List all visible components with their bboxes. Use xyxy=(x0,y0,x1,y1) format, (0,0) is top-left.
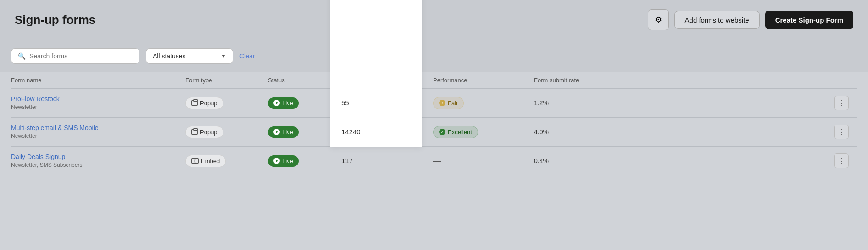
form-type-badge: ⊡ Embed xyxy=(185,155,226,167)
submitted-cell: 14240 xyxy=(341,128,433,136)
form-subname: Newsletter xyxy=(11,104,37,110)
col-header-form-name: Form name xyxy=(11,77,185,84)
form-subname: Newsletter, SMS Subscribers xyxy=(11,162,82,168)
row-more-button[interactable]: ⋮ xyxy=(834,153,849,168)
form-type-label: Popup xyxy=(200,100,217,107)
row-more-button[interactable]: ⋮ xyxy=(834,96,849,110)
performance-dash: — xyxy=(433,156,441,165)
add-forms-button[interactable]: Add forms to website xyxy=(674,11,760,29)
rate-value: 4.0% xyxy=(534,128,553,136)
col-header-performance: Performance xyxy=(433,77,534,84)
actions-cell: ⋮ xyxy=(834,125,857,139)
gear-icon: ⚙ xyxy=(655,15,662,25)
table-row: ProFlow Restock Newsletter Popup Live 55… xyxy=(11,88,857,117)
form-name-link[interactable]: Multi-step email & SMS Mobile xyxy=(11,124,185,131)
search-icon: 🔍 xyxy=(18,52,26,60)
table-row: Daily Deals Signup Newsletter, SMS Subsc… xyxy=(11,146,857,175)
form-name-cell: ProFlow Restock Newsletter xyxy=(11,95,185,111)
performance-cell: ! Fair xyxy=(433,97,534,109)
form-type-label: Popup xyxy=(200,129,217,136)
form-type-cell: ⊡ Embed xyxy=(185,155,268,167)
form-type-cell: Popup xyxy=(185,126,268,138)
status-cell: Live xyxy=(268,155,341,167)
embed-icon: ⊡ xyxy=(191,158,199,164)
submitted-count: 55 xyxy=(341,99,349,107)
form-subname: Newsletter xyxy=(11,133,37,139)
submitted-form-panel xyxy=(330,0,422,147)
toolbar: 🔍 All statuses ▼ Clear xyxy=(0,40,868,72)
popup-icon xyxy=(191,129,198,135)
status-label: Live xyxy=(282,100,293,107)
form-type-badge: Popup xyxy=(185,126,223,138)
rate-value: 1.2% xyxy=(534,99,553,107)
live-icon xyxy=(273,129,280,135)
live-icon xyxy=(273,158,280,164)
create-form-button[interactable]: Create Sign-up Form xyxy=(765,11,853,29)
form-name-link[interactable]: Daily Deals Signup xyxy=(11,153,185,160)
popup-icon xyxy=(191,100,198,106)
search-input[interactable] xyxy=(29,52,133,60)
submitted-count: 14240 xyxy=(341,128,361,136)
rate-cell: 0.4% xyxy=(534,157,834,165)
status-live-badge: Live xyxy=(268,97,299,109)
form-name-link[interactable]: ProFlow Restock xyxy=(11,95,185,102)
header-actions: ⚙ Add forms to website Create Sign-up Fo… xyxy=(648,9,853,30)
form-name-cell: Multi-step email & SMS Mobile Newsletter xyxy=(11,124,185,140)
forms-table: Form name Form type Status Submitted for… xyxy=(0,72,868,175)
submitted-cell: 55 xyxy=(341,99,433,107)
table-header-row: Form name Form type Status Submitted for… xyxy=(11,72,857,88)
search-box[interactable]: 🔍 xyxy=(11,48,139,64)
status-live-badge: Live xyxy=(268,155,299,167)
submitted-count: 117 xyxy=(341,157,353,165)
actions-cell: ⋮ xyxy=(834,153,857,168)
chevron-down-icon: ▼ xyxy=(221,53,226,59)
settings-button[interactable]: ⚙ xyxy=(648,9,669,30)
checkmark-icon: ✓ xyxy=(439,129,445,135)
form-name-cell: Daily Deals Signup Newsletter, SMS Subsc… xyxy=(11,153,185,169)
form-type-cell: Popup xyxy=(185,97,268,109)
page-title: Sign-up forms xyxy=(15,13,95,27)
rate-cell: 1.2% xyxy=(534,99,834,107)
performance-label: Fair xyxy=(448,100,458,107)
row-more-button[interactable]: ⋮ xyxy=(834,125,849,139)
col-header-form-type: Form type xyxy=(185,77,268,84)
table-row: Multi-step email & SMS Mobile Newsletter… xyxy=(11,117,857,146)
rate-cell: 4.0% xyxy=(534,128,834,136)
performance-badge-excellent: ✓ Excellent xyxy=(433,126,478,138)
performance-badge-fair: ! Fair xyxy=(433,97,464,109)
clear-filter-link[interactable]: Clear xyxy=(239,52,255,60)
submitted-cell: 117 xyxy=(341,157,433,165)
status-label: Live xyxy=(282,158,293,165)
col-header-actions xyxy=(834,77,857,84)
status-label: Live xyxy=(282,129,293,136)
warning-icon: ! xyxy=(439,100,445,106)
performance-cell: ✓ Excellent xyxy=(433,126,534,138)
actions-cell: ⋮ xyxy=(834,96,857,110)
performance-label: Excellent xyxy=(448,129,472,136)
form-type-label: Embed xyxy=(201,158,220,165)
rate-value: 0.4% xyxy=(534,157,553,165)
status-dropdown[interactable]: All statuses ▼ xyxy=(146,48,233,64)
live-icon xyxy=(273,100,280,106)
performance-cell: — xyxy=(433,156,534,166)
form-type-badge: Popup xyxy=(185,97,223,109)
status-dropdown-label: All statuses xyxy=(153,52,186,60)
col-header-rate: Form submit rate xyxy=(534,77,834,84)
page-header: Sign-up forms ⚙ Add forms to website Cre… xyxy=(0,0,868,40)
status-live-badge: Live xyxy=(268,126,299,138)
